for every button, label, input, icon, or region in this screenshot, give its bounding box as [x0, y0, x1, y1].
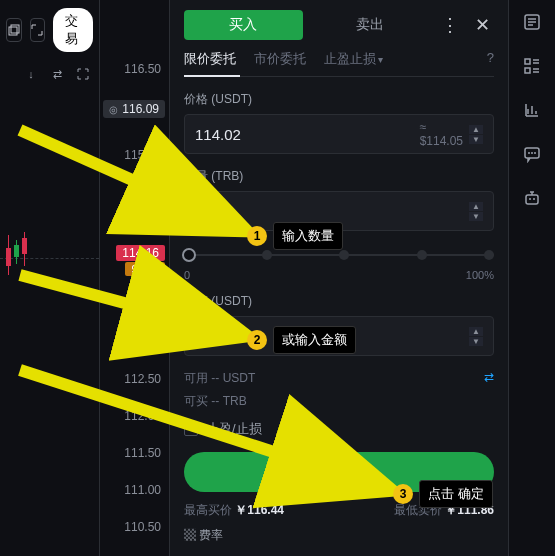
- price-tick: 111.50: [124, 446, 161, 460]
- price-axis: 116.50 ◎ 116.09 115.50 115.00 114.16 90.…: [100, 0, 170, 556]
- rail-notes-icon[interactable]: [520, 10, 544, 34]
- price-marker-orange: 90.30: [125, 262, 165, 276]
- slider-max: 100%: [466, 269, 494, 281]
- svg-point-6: [528, 152, 530, 154]
- help-icon[interactable]: ?: [487, 50, 494, 68]
- right-rail: [509, 0, 555, 556]
- svg-rect-0: [9, 27, 17, 35]
- candlestick-chart: [0, 100, 99, 556]
- available-value: -- USDT: [211, 371, 255, 385]
- checkbox-icon[interactable]: [184, 422, 198, 436]
- chart-edge: 交易 ↓ ⇄: [0, 0, 100, 556]
- price-marker-current: ◎ 116.09: [103, 100, 165, 118]
- step-up-icon[interactable]: ▲: [469, 202, 483, 211]
- tpsl-checkbox-row[interactable]: 止盈/止损: [184, 420, 494, 438]
- svg-point-8: [534, 152, 536, 154]
- qty-input[interactable]: [195, 203, 469, 220]
- callout-1: 1 输入数量: [247, 222, 343, 250]
- tpsl-checkbox-label: 止盈/止损: [206, 420, 262, 438]
- price-approx: ≈ $114.05: [420, 120, 463, 148]
- badge-number: 3: [393, 484, 413, 504]
- callout-2: 2 或输入金额: [247, 326, 356, 354]
- download-icon[interactable]: ↓: [21, 64, 41, 84]
- price-field[interactable]: ≈ $114.05 ▲ ▼: [184, 114, 494, 154]
- callout-text: 点击 确定: [419, 480, 493, 508]
- buyable-value: -- TRB: [211, 394, 246, 408]
- svg-rect-1: [11, 25, 19, 33]
- chevron-down-icon: ▾: [378, 54, 383, 65]
- price-tick: 116.50: [124, 62, 161, 76]
- window-restore-icon[interactable]: [6, 18, 22, 42]
- fee-icon: ▩: [184, 528, 199, 542]
- expand-icon[interactable]: [30, 18, 46, 42]
- step-down-icon[interactable]: ▼: [469, 212, 483, 221]
- tab-market[interactable]: 市价委托: [254, 50, 306, 68]
- highest-bid-value: ￥116.44: [235, 503, 284, 517]
- transfer-icon[interactable]: ⇄: [484, 370, 494, 387]
- price-tick: 111.00: [124, 483, 161, 497]
- tab-limit[interactable]: 限价委托: [184, 50, 236, 68]
- svg-rect-3: [525, 59, 530, 64]
- fullscreen-icon[interactable]: [73, 64, 93, 84]
- trade-button[interactable]: 交易: [53, 8, 93, 52]
- callout-text: 或输入金额: [273, 326, 356, 354]
- rail-list-icon[interactable]: [520, 54, 544, 78]
- price-input[interactable]: [195, 126, 420, 143]
- price-tick: 113.00: [124, 335, 161, 349]
- amount-label: 金额 (USDT): [184, 293, 494, 310]
- price-tick: 113.50: [124, 298, 161, 312]
- price-tick: 115.50: [124, 148, 161, 162]
- price-marker-red: 114.16: [116, 245, 165, 261]
- price-tick: 115.00: [124, 188, 161, 202]
- rail-chat-icon[interactable]: [520, 142, 544, 166]
- order-panel: 买入 卖出 ⋮ ✕ 限价委托 市价委托 止盈止损▾ ? 价格 (USDT) ≈ …: [170, 0, 509, 556]
- tab-tpsl[interactable]: 止盈止损▾: [324, 50, 383, 68]
- swap-icon[interactable]: ⇄: [47, 64, 67, 84]
- slider-min: 0: [184, 269, 190, 281]
- step-down-icon[interactable]: ▼: [469, 135, 483, 144]
- step-down-icon[interactable]: ▼: [469, 337, 483, 346]
- rail-robot-icon[interactable]: [520, 186, 544, 210]
- svg-point-11: [533, 198, 535, 200]
- callout-3: 3 点击 确定: [393, 480, 493, 508]
- fee-label: 费率: [199, 528, 223, 542]
- buyable-label: 可买: [184, 394, 208, 408]
- svg-point-10: [529, 198, 531, 200]
- step-up-icon[interactable]: ▲: [469, 327, 483, 336]
- rail-chart-icon[interactable]: [520, 98, 544, 122]
- price-label: 价格 (USDT): [184, 91, 494, 108]
- price-marker-value: 116.09: [122, 102, 159, 116]
- price-tick: 112.50: [124, 372, 161, 386]
- sell-tab[interactable]: 卖出: [311, 10, 430, 40]
- svg-rect-4: [525, 68, 530, 73]
- badge-number: 1: [247, 226, 267, 246]
- qty-label: 数量 (TRB): [184, 168, 494, 185]
- callout-text: 输入数量: [273, 222, 343, 250]
- buy-tab[interactable]: 买入: [184, 10, 303, 40]
- badge-number: 2: [247, 330, 267, 350]
- target-icon: ◎: [109, 104, 118, 115]
- highest-bid-label: 最高买价: [184, 503, 232, 517]
- close-icon[interactable]: ✕: [471, 14, 494, 36]
- step-up-icon[interactable]: ▲: [469, 125, 483, 134]
- tab-tpsl-label: 止盈止损: [324, 51, 376, 66]
- svg-point-7: [531, 152, 533, 154]
- more-icon[interactable]: ⋮: [437, 14, 463, 36]
- slider-handle[interactable]: [182, 248, 196, 262]
- svg-rect-9: [526, 195, 538, 204]
- available-label: 可用: [184, 371, 208, 385]
- price-tick: 110.50: [124, 520, 161, 534]
- price-tick: 112.00: [124, 409, 161, 423]
